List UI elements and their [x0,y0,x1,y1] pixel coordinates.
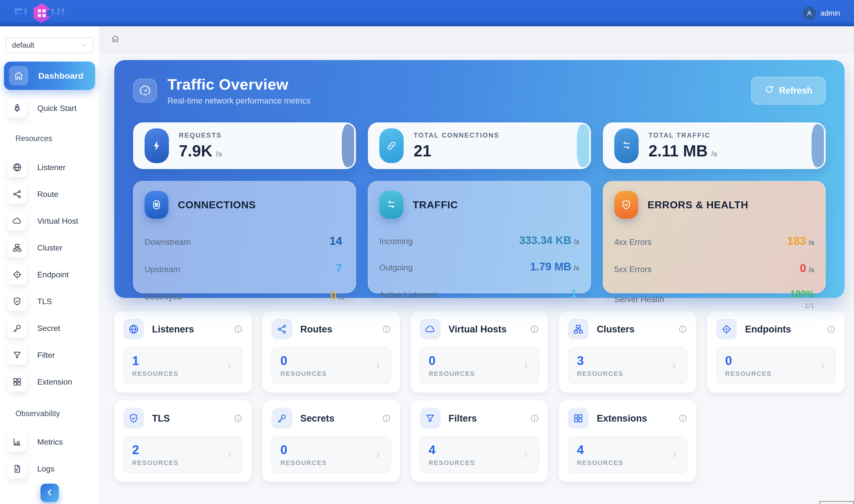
info-icon[interactable] [530,325,539,334]
stat-requests: REQUESTS 7.9K/s [133,122,356,169]
sidebar-item-quick-start[interactable]: Quick Start [0,98,99,118]
panel-title: CONNECTIONS [178,199,256,211]
grid-icon [568,408,589,429]
metric-value: 1.79 MB [530,260,571,273]
sidebar-collapse-button[interactable] [40,484,59,502]
resource-count-label: RESOURCES [281,459,327,467]
logo-text-right: HI [51,5,66,21]
sidebar-item-secret[interactable]: Secret [0,318,99,338]
resource-count: 3 [577,354,623,368]
metric-label: Upstream [145,265,180,274]
resource-count-box[interactable]: 0 RESOURCES [271,347,391,384]
project-select[interactable]: default [5,37,94,53]
cluster-icon [568,319,589,340]
resource-count: 4 [577,443,623,457]
resource-count-box[interactable]: 0 RESOURCES [420,347,539,384]
shield-check-icon [7,292,27,311]
info-icon[interactable] [530,414,539,423]
resource-card-secrets[interactable]: Secrets 0 RESOURCES [263,400,400,482]
resource-card-title: Filters [449,413,477,424]
stat-total-connections: TOTAL CONNECTIONS 21 [368,122,591,169]
resource-count-box[interactable]: 2 RESOURCES [123,436,243,473]
sidebar-item-label: Cluster [37,243,63,252]
metric-value: 333.34 KB [519,234,571,247]
resource-card-endpoints[interactable]: Endpoints 0 RESOURCES [707,311,844,393]
info-icon[interactable] [234,325,243,334]
sidebar-section-observability: Observability [15,409,99,418]
resource-count-box[interactable]: 3 RESOURCES [568,347,687,384]
sidebar-item-tls[interactable]: TLS [0,291,99,311]
metric-value: 14 [330,234,342,248]
panel-title: ERRORS & HEALTH [647,199,748,211]
corner-widget[interactable] [819,501,854,504]
sidebar-item-route[interactable]: Route [0,184,99,204]
resource-card-title: Secrets [300,413,334,424]
link-icon [379,128,404,163]
stat-label: REQUESTS [179,131,222,139]
incoming-row: Incoming 333.34 KB/s [379,234,579,247]
metric-unit: /s [808,239,814,247]
traffic-panel: TRAFFIC Incoming 333.34 KB/s Outgoing 1.… [368,181,591,293]
info-icon[interactable] [827,325,836,334]
resource-count-label: RESOURCES [132,370,179,378]
resource-count: 0 [281,354,327,368]
resource-card-extensions[interactable]: Extensions 4 RESOURCES [559,400,696,482]
resource-card-listeners[interactable]: Listeners 1 RESOURCES [114,311,252,393]
stat-unit: /s [216,150,222,158]
sidebar-item-cluster[interactable]: Cluster [0,238,99,258]
avatar[interactable]: A [803,6,816,20]
metric-value: 183 [787,234,806,248]
sidebar-item-filter[interactable]: Filter [0,345,99,365]
stats-row: REQUESTS 7.9K/s TOTAL CONNECTIONS 21 [133,122,826,169]
sidebar-item-label: Filter [37,350,55,360]
info-icon[interactable] [382,325,391,334]
sidebar-item-label: Extension [37,377,72,386]
info-icon[interactable] [382,414,391,423]
sidebar-item-logs[interactable]: Logs [0,459,99,479]
sidebar-item-label: Endpoint [37,270,69,279]
refresh-button[interactable]: Refresh [751,77,826,105]
resource-card-tls[interactable]: TLS 2 RESOURCES [114,400,252,482]
sidebar-item-metrics[interactable]: Metrics [0,432,99,452]
resource-count-box[interactable]: 0 RESOURCES [271,436,391,473]
outgoing-row: Outgoing 1.79 MB/s [379,260,579,273]
page-title: Traffic Overview [167,75,310,93]
chevron-right-icon [670,451,678,459]
stat-value: 7.9K [179,142,212,160]
sidebar-item-label: Secret [37,324,60,333]
resource-count-box[interactable]: 4 RESOURCES [568,436,687,473]
resource-card-routes[interactable]: Routes 0 RESOURCES [263,311,400,393]
resource-card-virtual-hosts[interactable]: Virtual Hosts 0 RESOURCES [411,311,548,393]
resource-card-filters[interactable]: Filters 4 RESOURCES [411,400,548,482]
sidebar-item-endpoint[interactable]: Endpoint [0,265,99,285]
refresh-icon [765,85,774,96]
info-icon[interactable] [678,414,687,423]
resource-count-box[interactable]: 1 RESOURCES [123,347,243,384]
info-icon[interactable] [678,325,687,334]
metric-unit: /s [808,266,814,274]
sidebar-item-virtual-host[interactable]: Virtual Host [0,211,99,231]
logo-text-left: EL [14,5,33,21]
sidebar: default Dashboard Quick Start Resources … [0,26,99,504]
sidebar-item-dashboard[interactable]: Dashboard [4,61,95,90]
server-health-row: Server Health 100% 1/1 [614,289,814,310]
resource-count-box[interactable]: 4 RESOURCES [420,436,539,473]
share-icon [7,184,27,204]
sidebar-item-listener[interactable]: Listener [0,157,99,177]
info-icon[interactable] [234,414,243,423]
metric-label: Active Listeners [379,290,437,300]
home-breadcrumb-icon[interactable] [111,34,120,44]
stat-total-traffic: TOTAL TRAFFIC 2.11 MB/s [603,122,826,169]
top-navbar: EL HI A admin [0,0,854,26]
downstream-row: Downstream 14 [145,234,344,248]
stat-unit: /s [711,150,717,158]
resource-count-box[interactable]: 0 RESOURCES [716,347,836,384]
elchi-logo: EL HI [14,3,66,23]
cloud-icon [420,319,441,340]
metric-unit: /s [574,238,580,246]
username-label[interactable]: admin [820,9,840,17]
panels-row: CONNECTIONS Downstream 14 Upstream 7 [133,181,826,293]
stat-value: 2.11 MB [648,142,708,160]
resource-card-clusters[interactable]: Clusters 3 RESOURCES [559,311,696,393]
sidebar-item-extension[interactable]: Extension [0,372,99,392]
